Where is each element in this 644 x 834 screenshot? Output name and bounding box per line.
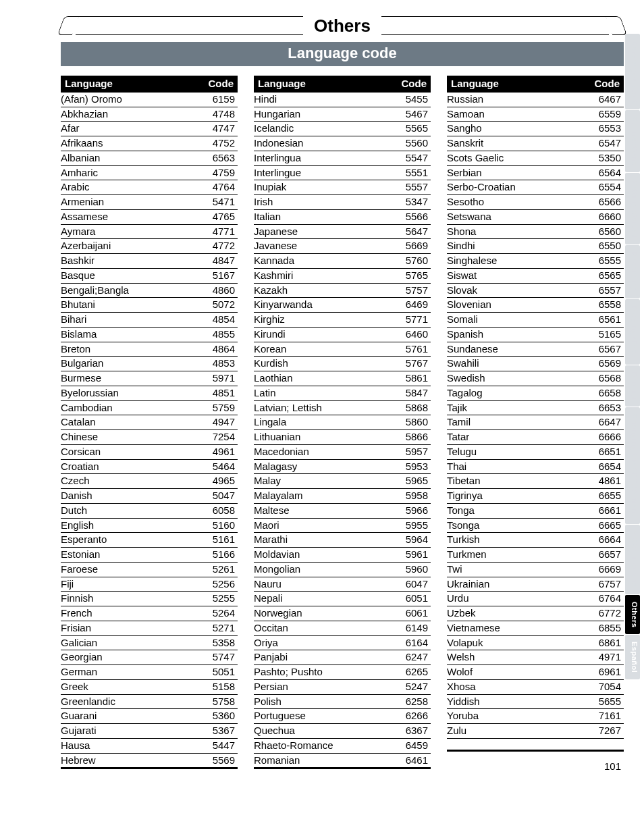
language-name: Welsh [447, 650, 586, 665]
language-name: Sangho [447, 122, 586, 136]
table-row: Tajik6653 [447, 400, 624, 415]
table-row: Singhalese6555 [447, 254, 624, 269]
language-code: 5957 [393, 444, 431, 459]
language-code: 6661 [586, 503, 624, 518]
language-name: Bihari [61, 313, 200, 328]
language-name: Tajik [447, 400, 586, 415]
language-name: Kinyarwanda [254, 298, 393, 313]
language-name: Tatar [447, 430, 586, 445]
table-row: Javanese5669 [254, 239, 431, 254]
language-name: Turkmen [447, 548, 586, 563]
language-name: Bashkir [61, 254, 200, 269]
language-name: Kashmiri [254, 268, 393, 283]
language-code: 5047 [200, 489, 238, 504]
table-row: Yiddish5655 [447, 694, 624, 709]
language-name: Hindi [254, 93, 393, 107]
table-row: Tonga6661 [447, 503, 624, 518]
side-tab-vcr-functions[interactable]: VCR functions [625, 525, 640, 594]
language-name: Tonga [447, 503, 586, 518]
language-code: 6554 [586, 180, 624, 195]
table-row: Rhaeto-Romance6459 [254, 738, 431, 753]
language-name: Kirundi [254, 327, 393, 342]
language-name: Latvian; Lettish [254, 400, 393, 415]
language-name: Byelorussian [61, 386, 200, 400]
language-name: Maori [254, 518, 393, 533]
language-name: Telugu [447, 444, 586, 459]
side-tab-recording[interactable]: Recording [625, 245, 640, 298]
language-name: Interlingua [254, 151, 393, 165]
language-code: 5367 [200, 724, 238, 739]
language-code: 7254 [200, 430, 238, 445]
language-code: 5960 [393, 562, 431, 577]
language-code: 6555 [586, 254, 624, 269]
language-code: 4851 [200, 386, 238, 400]
language-name: Malagasy [254, 459, 393, 474]
language-code: 5760 [393, 254, 431, 269]
language-code: 6047 [393, 577, 431, 592]
side-tab-others[interactable]: Others [625, 595, 640, 634]
language-name: Afrikaans [61, 136, 200, 151]
language-code: 4764 [200, 180, 238, 195]
language-code: 4947 [200, 415, 238, 430]
language-code: 5167 [200, 268, 238, 283]
language-code: 5767 [393, 357, 431, 371]
language-name: Thai [447, 459, 586, 474]
table-row: Volapuk6861 [447, 635, 624, 650]
language-code: 4965 [200, 474, 238, 489]
language-code: 5566 [393, 209, 431, 224]
table-row: Frisian5271 [61, 621, 238, 635]
language-name: Arabic [61, 180, 200, 195]
language-name: Abkhazian [61, 107, 200, 122]
language-code: 4752 [200, 136, 238, 151]
language-name: Latin [254, 386, 393, 400]
side-tab-changing-setup-menu[interactable]: Changing the SETUP menu [625, 407, 640, 525]
language-name: Portuguese [254, 709, 393, 724]
side-tab-editing[interactable]: Editing [625, 365, 640, 407]
language-name: Kirghiz [254, 313, 393, 328]
side-tab-getting-started[interactable]: Getting started [625, 173, 640, 244]
language-code: 5747 [200, 650, 238, 665]
language-code: 5955 [393, 518, 431, 533]
side-tab-before-you-start[interactable]: Before you start [625, 34, 640, 109]
table-row: Marathi5964 [254, 533, 431, 548]
language-name: Polish [254, 694, 393, 709]
language-name: Gujarati [61, 724, 200, 739]
table-row: Assamese4765 [61, 209, 238, 224]
language-code: 5360 [200, 709, 238, 724]
table-row: Panjabi6247 [254, 650, 431, 665]
language-code: 6266 [393, 709, 431, 724]
table-row: Azerbaijani4772 [61, 239, 238, 254]
language-code: 7054 [586, 679, 624, 694]
table-row: Tigrinya6655 [447, 489, 624, 504]
language-name: Sesotho [447, 195, 586, 210]
table-row: Galician5358 [61, 635, 238, 650]
language-code: 6550 [586, 239, 624, 254]
table-row: Kirundi6460 [254, 327, 431, 342]
table-row: Bengali;Bangla4860 [61, 283, 238, 298]
language-name: Fiji [61, 577, 200, 592]
language-code: 5761 [393, 342, 431, 357]
language-name: Esperanto [61, 533, 200, 548]
table-row: Lingala5860 [254, 415, 431, 430]
page-title-bar: Others [61, 14, 624, 38]
side-tab-connections[interactable]: Connections [625, 110, 640, 172]
table-row: Aymara4771 [61, 224, 238, 239]
language-name: Irish [254, 195, 393, 210]
language-name: Danish [61, 489, 200, 504]
language-code: 5464 [200, 459, 238, 474]
language-code: 6664 [586, 533, 624, 548]
table-row: Malayalam5958 [254, 489, 431, 504]
language-code: 5256 [200, 577, 238, 592]
language-code: 4861 [586, 474, 624, 489]
side-tab-playing-discs[interactable]: Playing discs [625, 299, 640, 365]
language-name: Kazakh [254, 283, 393, 298]
table-row: Portuguese6266 [254, 709, 431, 724]
side-tab-espanol[interactable]: Español [625, 635, 640, 679]
table-row: Latin5847 [254, 386, 431, 400]
table-row: Cambodian5759 [61, 400, 238, 415]
language-code: 5261 [200, 562, 238, 577]
table-row: Tibetan4861 [447, 474, 624, 489]
language-code: 6861 [586, 635, 624, 650]
language-code: 5971 [200, 371, 238, 386]
language-code: 6553 [586, 122, 624, 136]
